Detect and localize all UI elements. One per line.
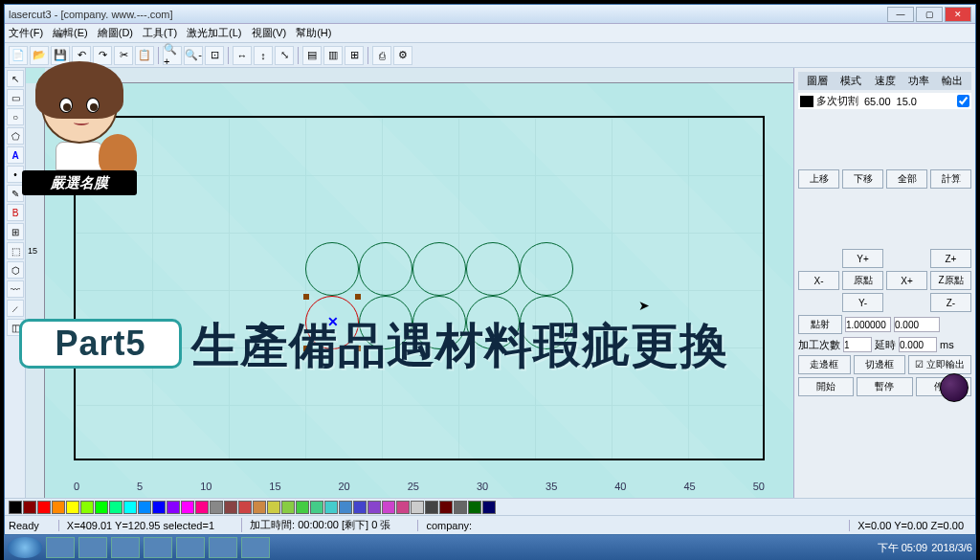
pulse-input1[interactable]: [845, 317, 891, 332]
circle-shape[interactable]: [520, 242, 573, 296]
array-tool-icon[interactable]: ⊞: [7, 223, 24, 240]
canvas[interactable]: 15 10 ✕: [26, 68, 793, 498]
color-swatch[interactable]: [66, 501, 79, 514]
layer-output-checkbox[interactable]: [957, 95, 969, 107]
titlebar[interactable]: lasercut3 - [company. www.---.com] — ▢ ✕: [5, 5, 975, 24]
rect-tool-icon[interactable]: ▭: [7, 89, 24, 106]
maximize-button[interactable]: ▢: [916, 7, 943, 22]
jog-xminus-button[interactable]: X-: [798, 271, 839, 290]
color-swatch[interactable]: [368, 501, 381, 514]
pulse-button[interactable]: 點射: [798, 315, 842, 334]
line-tool-icon[interactable]: ⟋: [7, 300, 24, 317]
ellipse-tool-icon[interactable]: ○: [7, 108, 24, 125]
pulse-input2[interactable]: [894, 317, 940, 332]
menu-tools[interactable]: 工具(T): [143, 26, 177, 40]
color-swatch[interactable]: [425, 501, 438, 514]
start-button[interactable]: 開始: [798, 377, 854, 396]
color-swatch[interactable]: [396, 501, 410, 514]
taskbar-ie-icon[interactable]: [46, 537, 75, 558]
taskbar-app-icon[interactable]: [144, 537, 172, 558]
jog-xplus-button[interactable]: X+: [886, 271, 927, 290]
cut-icon[interactable]: ✂: [114, 46, 133, 65]
circle-shape[interactable]: [305, 242, 359, 296]
open-icon[interactable]: 📂: [30, 46, 49, 65]
color-swatch[interactable]: [382, 501, 395, 514]
menu-file[interactable]: 文件(F): [9, 26, 43, 40]
zoomfit-icon[interactable]: ⊡: [205, 46, 224, 65]
settings-icon[interactable]: ⚙: [393, 46, 412, 65]
minimize-button[interactable]: —: [887, 7, 914, 22]
redo-icon[interactable]: ↷: [93, 46, 112, 65]
color-swatch[interactable]: [482, 501, 496, 514]
taskbar[interactable]: 下午 05:09 2018/3/6: [4, 535, 976, 560]
all-button[interactable]: 全部: [886, 169, 927, 189]
menu-help[interactable]: 幫助(H): [296, 26, 331, 40]
resize-handle[interactable]: [355, 294, 361, 300]
goframe-button[interactable]: 走邊框: [798, 355, 851, 374]
resize-handle[interactable]: [303, 294, 309, 300]
color-swatch[interactable]: [80, 501, 94, 514]
color-swatch[interactable]: [454, 501, 467, 514]
color-swatch[interactable]: [37, 501, 51, 514]
paste-icon[interactable]: 📋: [135, 46, 154, 65]
jog-yminus-button[interactable]: Y-: [842, 293, 883, 312]
color-swatch[interactable]: [267, 501, 280, 514]
color-swatch[interactable]: [95, 501, 108, 514]
count-input[interactable]: [843, 337, 872, 352]
moveup-button[interactable]: 上移: [798, 169, 839, 189]
menu-edit[interactable]: 編輯(E): [53, 26, 88, 40]
hex-tool-icon[interactable]: ⬡: [7, 261, 24, 279]
fliph-icon[interactable]: ↔: [233, 46, 252, 65]
immediate-checkbox[interactable]: ☑ 立即輸出: [908, 355, 971, 374]
color-swatch[interactable]: [23, 501, 36, 514]
color-swatch[interactable]: [195, 501, 209, 514]
color-swatch[interactable]: [238, 501, 252, 514]
circle-shape[interactable]: [359, 242, 412, 296]
color-swatch[interactable]: [210, 501, 223, 514]
color-swatch[interactable]: [138, 501, 151, 514]
color-swatch[interactable]: [310, 501, 323, 514]
menu-draw[interactable]: 繪圖(D): [98, 26, 133, 40]
color-swatch[interactable]: [9, 501, 22, 514]
nest-tool-icon[interactable]: ⬚: [7, 242, 24, 259]
text-tool-icon[interactable]: A: [7, 146, 24, 164]
taskbar-app-icon[interactable]: [209, 537, 237, 558]
start-button-icon[interactable]: [8, 537, 42, 558]
color-swatch[interactable]: [439, 501, 453, 514]
layer-row[interactable]: 多次切割 65.00 15.0: [798, 93, 971, 109]
jog-origin-button[interactable]: 原點: [842, 271, 883, 290]
select-tool-icon[interactable]: ↖: [7, 70, 24, 87]
polygon-tool-icon[interactable]: ⬠: [7, 127, 24, 145]
movedown-button[interactable]: 下移: [842, 169, 883, 189]
align-icon[interactable]: ▤: [302, 46, 322, 65]
rotate-icon[interactable]: ⤡: [275, 46, 294, 65]
color-swatch[interactable]: [253, 501, 266, 514]
color-swatch[interactable]: [411, 501, 424, 514]
color-swatch[interactable]: [468, 501, 481, 514]
bezier-tool-icon[interactable]: B: [7, 204, 24, 221]
zoomout-icon[interactable]: 🔍-: [184, 46, 203, 65]
close-button[interactable]: ✕: [945, 7, 971, 22]
color-swatch[interactable]: [296, 501, 309, 514]
delay-input[interactable]: [899, 337, 937, 352]
taskbar-app-icon[interactable]: [111, 537, 140, 558]
color-swatch[interactable]: [167, 501, 180, 514]
color-swatch[interactable]: [224, 501, 237, 514]
color-swatch[interactable]: [123, 501, 137, 514]
jog-zorigin-button[interactable]: Z原點: [930, 271, 971, 290]
color-swatch[interactable]: [181, 501, 194, 514]
flipv-icon[interactable]: ↕: [254, 46, 273, 65]
circle-shape[interactable]: [412, 242, 466, 296]
curve-tool-icon[interactable]: 〰: [7, 280, 24, 298]
jog-zminus-button[interactable]: Z-: [930, 293, 971, 312]
color-swatch[interactable]: [281, 501, 295, 514]
align2-icon[interactable]: ▥: [323, 46, 343, 65]
jog-zplus-button[interactable]: Z+: [930, 249, 971, 268]
taskbar-explorer-icon[interactable]: [78, 537, 107, 558]
pause-button[interactable]: 暫停: [857, 377, 912, 396]
zoomin-icon[interactable]: 🔍+: [163, 46, 182, 65]
grid-icon[interactable]: ⊞: [345, 46, 364, 65]
taskbar-app-icon[interactable]: [176, 537, 205, 558]
color-swatch[interactable]: [152, 501, 166, 514]
layer-color-swatch[interactable]: [800, 96, 813, 107]
